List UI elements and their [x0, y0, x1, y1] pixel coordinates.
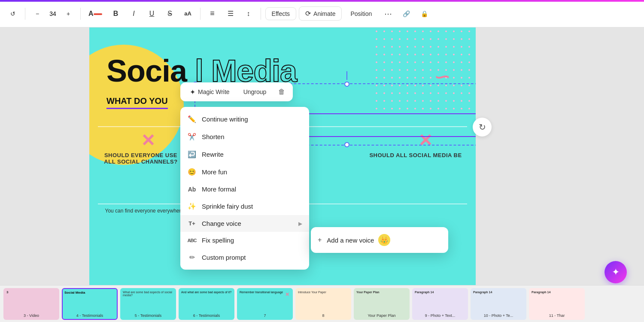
- text-color-letter: A: [88, 10, 94, 18]
- undo-button[interactable]: ↺: [5, 6, 21, 21]
- thumb-label-7: 7: [238, 313, 292, 318]
- effects-button[interactable]: Effects: [265, 7, 297, 20]
- magic-write-button[interactable]: ✦ Magic Write: [185, 85, 235, 99]
- link-icon: 🔗: [403, 10, 410, 17]
- divider-3: [200, 8, 200, 20]
- menu-item-custom-prompt[interactable]: ✏ Custom prompt: [180, 249, 309, 266]
- magic-fab-icon: ✦: [612, 267, 620, 278]
- divider-1: [25, 8, 25, 20]
- thumbnail-strip: 3 3 - Video Social Media 4 - Testimonial…: [0, 285, 644, 322]
- delete-icon: 🗑: [278, 88, 285, 96]
- align-icon: ≡: [210, 9, 215, 18]
- refresh-icon: ↻: [479, 122, 486, 132]
- bottom-right-text: SHOULD ALL SOCIAL MEDIA BE: [364, 152, 467, 158]
- thumb-label-9: Your Paper Plan: [355, 313, 409, 318]
- change-voice-label: Change voice: [202, 220, 241, 227]
- spacing-button[interactable]: ↕: [241, 6, 256, 21]
- pink-x-left: ✕: [141, 131, 155, 150]
- list-button[interactable]: ☰: [223, 6, 238, 21]
- animate-button[interactable]: ⟳ Animate: [299, 6, 342, 21]
- thumbnail-8[interactable]: Introduce Your Paper 8: [295, 288, 351, 320]
- animate-icon: ⟳: [305, 9, 311, 18]
- align-button[interactable]: ≡: [205, 6, 220, 21]
- body-text: You can find everyone everywhere.: [98, 208, 192, 214]
- sprinkle-label: Sprinkle fairy dust: [202, 203, 253, 210]
- thumb-label-8: 8: [296, 313, 350, 318]
- color-indicator: [94, 13, 102, 15]
- magic-write-label: Magic Write: [198, 88, 230, 95]
- font-size-decrease[interactable]: −: [30, 6, 45, 21]
- lock-button[interactable]: 🔒: [416, 6, 432, 21]
- position-button[interactable]: Position: [344, 8, 378, 20]
- thumbnail-10-paragraph-photo-text[interactable]: Paragraph 14 9 - Photo + Text...: [412, 288, 468, 320]
- thumbnail-6-testimonials[interactable]: And what are some bad aspects of it? 6 -…: [179, 288, 234, 320]
- magic-fab-button[interactable]: ✦: [605, 261, 627, 283]
- thumb-num-3: 3: [6, 290, 8, 294]
- strikethrough-button[interactable]: S: [162, 6, 178, 21]
- ungroup-label: Ungroup: [243, 88, 267, 95]
- rotate-handle[interactable]: [346, 71, 347, 80]
- grid-button[interactable]: ⋯: [380, 6, 396, 21]
- italic-button[interactable]: I: [126, 6, 142, 21]
- bold-button[interactable]: B: [108, 6, 124, 21]
- crown-badge: 👑: [378, 234, 390, 246]
- thumb-label-11: 10 - Photo + Te...: [471, 313, 526, 318]
- thumbnail-9-plan-your-paper[interactable]: Your Paper Plan Your Paper Plan: [354, 288, 410, 320]
- rewrite-label: Rewrite: [202, 151, 224, 158]
- handle-bottom-mid[interactable]: [344, 142, 349, 147]
- more-formal-label: More formal: [202, 185, 236, 193]
- thumbnail-12-deadline[interactable]: Paragraph 14 11 - Thar: [529, 288, 585, 320]
- case-button[interactable]: aA: [180, 6, 196, 21]
- add-voice-label: Add a new voice: [327, 237, 374, 244]
- more-formal-icon: Ab: [187, 186, 197, 193]
- magic-write-toolbar: ✦ Magic Write Ungroup 🗑: [180, 82, 293, 101]
- continue-writing-label: Continue writing: [202, 115, 248, 123]
- menu-item-more-formal[interactable]: Ab More formal: [180, 181, 309, 197]
- change-voice-submenu: + Add a new voice 👑: [311, 227, 448, 253]
- position-label: Position: [350, 10, 372, 17]
- thumb-label-6: 6 - Testimonials: [179, 313, 234, 318]
- top-gradient: [0, 0, 644, 2]
- thumb-label-4: 4 - Testimonials: [63, 313, 117, 318]
- delete-button[interactable]: 🗑: [275, 85, 289, 99]
- menu-item-sprinkle-fairy-dust[interactable]: ✨ Sprinkle fairy dust: [180, 197, 309, 215]
- link-button[interactable]: 🔗: [398, 6, 414, 21]
- magic-write-dropdown: ✏️ Continue writing ✂️ Shorten ↩️ Rewrit…: [180, 107, 309, 270]
- thumbnail-7[interactable]: Remember transitional language ✕ 7: [237, 288, 293, 320]
- change-voice-icon: T+: [187, 220, 197, 227]
- toolbar: ↺ − 34 + A B I U S aA ≡ ☰ ↕ Effects ⟳ An…: [0, 0, 644, 27]
- more-fun-label: More fun: [202, 168, 227, 176]
- submenu-arrow: ▶: [298, 221, 302, 227]
- custom-prompt-icon: ✏: [187, 253, 197, 261]
- custom-prompt-label: Custom prompt: [202, 254, 246, 261]
- bottom-left-text: SHOULD EVERYONE USE ALL SOCIAL CHANNELS?: [98, 152, 184, 165]
- menu-item-continue-writing[interactable]: ✏️ Continue writing: [180, 110, 309, 128]
- divider-4: [261, 8, 261, 20]
- thumbnail-5-testimonials[interactable]: What are some bad aspects of social medi…: [120, 288, 176, 320]
- magic-write-icon: ✦: [190, 88, 195, 96]
- thumb-label-3: 3 - Video: [4, 313, 58, 318]
- underline-button[interactable]: U: [144, 6, 160, 21]
- menu-item-shorten[interactable]: ✂️ Shorten: [180, 128, 309, 146]
- menu-item-rewrite[interactable]: ↩️ Rewrite: [180, 146, 309, 163]
- add-voice-item[interactable]: + Add a new voice 👑: [316, 231, 443, 249]
- fix-spelling-label: Fix spelling: [202, 237, 234, 244]
- menu-item-more-fun[interactable]: 😊 More fun: [180, 163, 309, 181]
- more-fun-icon: 😊: [187, 168, 197, 176]
- ungroup-button[interactable]: Ungroup: [238, 86, 272, 98]
- rewrite-icon: ↩️: [187, 150, 197, 158]
- effects-label: Effects: [272, 10, 290, 17]
- thumbnail-3-video[interactable]: 3 3 - Video: [3, 288, 59, 320]
- handle-top-mid[interactable]: [344, 82, 349, 87]
- thumbnail-11-paragraph-photo-text-2[interactable]: Paragraph 14 10 - Photo + Te...: [471, 288, 526, 320]
- spacing-icon: ↕: [247, 10, 250, 18]
- font-size-increase[interactable]: +: [61, 6, 76, 21]
- thumb-label-5: 5 - Testimonials: [121, 313, 175, 318]
- canvas-area: ~ Socia l Media WHAT DO YOU ✕ ✕ SHOULD E…: [0, 27, 644, 322]
- font-size-control: − 34 +: [30, 6, 76, 21]
- thumbnail-4-social-media[interactable]: Social Media 4 - Testimonials: [62, 288, 118, 320]
- text-color-button[interactable]: A: [85, 6, 106, 21]
- menu-item-change-voice[interactable]: T+ Change voice ▶: [180, 215, 309, 232]
- menu-item-fix-spelling[interactable]: ABC Fix spelling: [180, 232, 309, 249]
- font-size-value: 34: [46, 10, 60, 17]
